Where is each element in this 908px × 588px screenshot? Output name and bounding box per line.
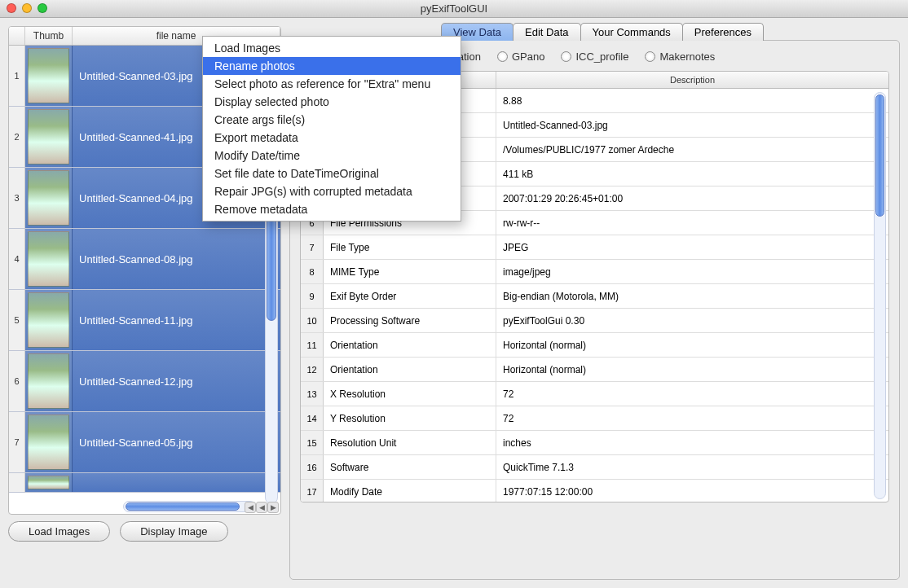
file-name-cell[interactable]: Untitled-Scanned-12.jpg: [73, 351, 280, 411]
data-row[interactable]: 15Resolution Unitinches: [301, 431, 888, 455]
file-row[interactable]: 6Untitled-Scanned-12.jpg: [9, 351, 280, 412]
data-row-desc[interactable]: 1977:07:15 12:00:00: [496, 480, 888, 502]
radio-gpano[interactable]: GPano: [497, 50, 544, 63]
file-row[interactable]: 4Untitled-Scanned-08.jpg: [9, 229, 280, 290]
file-row-index: 2: [9, 107, 25, 167]
menu-item-repair-jpg-s-with-corrupted-metadata[interactable]: Repair JPG(s) with corrupted metadata: [203, 182, 461, 200]
data-row-desc[interactable]: image/jpeg: [496, 260, 888, 283]
tab-your-commands[interactable]: Your Commands: [580, 23, 683, 41]
tab-edit-data[interactable]: Edit Data: [513, 23, 580, 41]
data-row-desc[interactable]: rw-rw-r--: [496, 211, 888, 235]
data-row[interactable]: 8MIME Typeimage/jpeg: [301, 260, 888, 284]
data-row-param[interactable]: Orientation: [324, 333, 496, 357]
data-row-param[interactable]: Modify Date: [324, 480, 496, 502]
radio-icc-profile[interactable]: ICC_profile: [561, 50, 628, 63]
scroll-left-icon[interactable]: ◀: [256, 502, 267, 513]
data-row-param[interactable]: Software: [324, 455, 496, 479]
data-row-desc[interactable]: JPEG: [496, 235, 888, 259]
data-row-desc[interactable]: QuickTime 7.1.3: [496, 455, 888, 479]
scroll-left-icon[interactable]: ◀: [245, 502, 256, 513]
display-image-button[interactable]: Display Image: [120, 521, 227, 542]
file-name-cell[interactable]: Untitled-Scanned-05.jpg: [73, 412, 280, 472]
data-row-param[interactable]: Resolution Unit: [324, 431, 496, 454]
data-row-desc[interactable]: 411 kB: [496, 162, 888, 186]
data-row-desc[interactable]: Horizontal (normal): [496, 333, 888, 357]
data-row-param[interactable]: Orientation: [324, 358, 496, 381]
menu-item-load-images[interactable]: Load Images: [203, 39, 461, 57]
data-row[interactable]: 9Exif Byte OrderBig-endian (Motorola, MM…: [301, 284, 888, 309]
thumbnail-image: [28, 109, 69, 165]
data-row-desc[interactable]: Big-endian (Motorola, MM): [496, 284, 888, 308]
file-thumbnail[interactable]: [25, 168, 73, 228]
data-row-desc[interactable]: 8.88: [496, 89, 888, 112]
data-row-desc[interactable]: 2007:01:29 20:26:45+01:00: [496, 186, 888, 210]
context-menu[interactable]: Load ImagesRename photosSelect photo as …: [202, 36, 461, 222]
data-header-description[interactable]: Description: [496, 72, 888, 88]
file-thumbnail[interactable]: [25, 412, 73, 472]
data-row-desc[interactable]: 72: [496, 382, 888, 406]
menu-item-set-file-date-to-datetimeoriginal[interactable]: Set file date to DateTimeOriginal: [203, 165, 461, 182]
data-row-desc[interactable]: pyExifToolGui 0.30: [496, 309, 888, 332]
file-table-hscroll[interactable]: [123, 501, 256, 512]
thumbnail-image: [28, 170, 69, 226]
data-row-index: 9: [301, 284, 324, 308]
scroll-right-icon[interactable]: ▶: [267, 502, 279, 513]
file-thumbnail[interactable]: [25, 107, 73, 167]
data-row-param[interactable]: File Type: [324, 235, 496, 259]
data-row-param[interactable]: X Resolution: [324, 382, 496, 406]
menu-item-export-metadata[interactable]: Export metadata: [203, 129, 461, 147]
file-row-index: 3: [9, 168, 25, 228]
thumbnail-image: [28, 231, 69, 287]
file-name-cell[interactable]: Untitled-Scanned-08.jpg: [73, 229, 280, 289]
data-row-param[interactable]: MIME Type: [324, 260, 496, 283]
data-row-index: 17: [301, 480, 324, 502]
data-row[interactable]: 7File TypeJPEG: [301, 235, 888, 260]
data-row[interactable]: 16SoftwareQuickTime 7.1.3: [301, 455, 888, 480]
data-table-vscroll[interactable]: [874, 92, 886, 499]
tab-preferences[interactable]: Preferences: [682, 23, 764, 41]
menu-item-modify-date-time[interactable]: Modify Date/time: [203, 147, 461, 165]
data-row-desc[interactable]: 72: [496, 406, 888, 430]
file-row[interactable]: 5Untitled-Scanned-11.jpg: [9, 290, 280, 351]
menu-item-create-args-file-s[interactable]: Create args file(s): [203, 111, 461, 129]
menu-item-rename-photos[interactable]: Rename photos: [203, 57, 461, 75]
data-row-param[interactable]: Processing Software: [324, 309, 496, 332]
file-name-cell[interactable]: Untitled-Scanned-11.jpg: [73, 290, 280, 350]
file-thumbnail[interactable]: [25, 46, 73, 106]
file-row[interactable]: 7Untitled-Scanned-05.jpg: [9, 412, 280, 473]
data-row-desc[interactable]: /Volumes/PUBLIC/1977 zomer Ardeche: [496, 138, 888, 161]
data-row-desc[interactable]: inches: [496, 431, 888, 454]
file-thumbnail[interactable]: [25, 351, 73, 411]
radio-icon: [645, 51, 655, 62]
data-row-param[interactable]: Y Resolution: [324, 406, 496, 430]
data-row-param[interactable]: Exif Byte Order: [324, 284, 496, 308]
data-row[interactable]: 11OrientationHorizontal (normal): [301, 333, 888, 358]
data-row-index: 14: [301, 406, 324, 430]
file-header-thumb[interactable]: Thumb: [25, 27, 73, 45]
minimize-icon[interactable]: [22, 3, 32, 13]
file-thumbnail[interactable]: [25, 290, 73, 350]
zoom-icon[interactable]: [37, 3, 47, 13]
load-images-button[interactable]: Load Images: [8, 521, 110, 542]
data-row[interactable]: 14Y Resolution72: [301, 406, 888, 431]
data-row[interactable]: 10Processing SoftwarepyExifToolGui 0.30: [301, 309, 888, 333]
menu-item-display-selected-photo[interactable]: Display selected photo: [203, 93, 461, 111]
file-row-index: 6: [9, 351, 25, 411]
radio-label: ICC_profile: [575, 50, 628, 63]
file-thumbnail[interactable]: [25, 229, 73, 289]
data-row-desc[interactable]: Untitled-Scanned-03.jpg: [496, 113, 888, 137]
file-row[interactable]: [9, 473, 280, 493]
menu-item-select-photo-as-reference-for-extra-menu[interactable]: Select photo as reference for "Extra" me…: [203, 75, 461, 93]
menu-item-remove-metadata[interactable]: Remove metadata: [203, 200, 461, 218]
scroll-thumb[interactable]: [875, 94, 884, 217]
file-row-index: 5: [9, 290, 25, 350]
data-row-desc[interactable]: Horizontal (normal): [496, 358, 888, 381]
data-row-index: 11: [301, 333, 324, 357]
radio-label: Makernotes: [659, 50, 715, 63]
data-row[interactable]: 17Modify Date1977:07:15 12:00:00: [301, 480, 888, 502]
close-icon[interactable]: [7, 3, 16, 13]
data-row[interactable]: 12OrientationHorizontal (normal): [301, 358, 888, 382]
data-row[interactable]: 13X Resolution72: [301, 382, 888, 406]
radio-makernotes[interactable]: Makernotes: [645, 50, 715, 63]
scroll-thumb[interactable]: [126, 502, 240, 511]
